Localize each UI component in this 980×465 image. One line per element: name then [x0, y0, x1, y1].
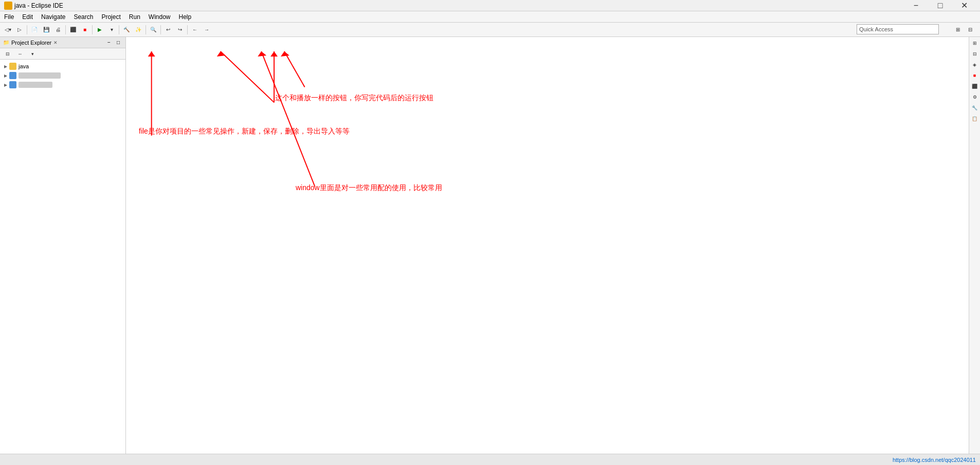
toolbar-sep-2: [65, 25, 66, 34]
right-btn-6[interactable]: ⚙: [970, 92, 980, 102]
new-button[interactable]: 📄: [29, 24, 40, 35]
svg-line-8: [261, 51, 315, 187]
toolbar-sep-1: [27, 25, 27, 34]
right-btn-4[interactable]: ■: [970, 70, 980, 81]
close-button[interactable]: ✕: [953, 0, 976, 11]
run-dropdown[interactable]: ▾: [106, 24, 117, 35]
tree-item-java[interactable]: ▶ java: [0, 62, 125, 71]
svg-marker-9: [258, 51, 266, 57]
menu-help[interactable]: Help: [175, 11, 196, 22]
save-button[interactable]: 💾: [41, 24, 52, 35]
status-url: https://blog.csdn.net/qqc2024011: [893, 457, 976, 463]
panel-controls: − □: [105, 39, 122, 47]
title-bar: java - Eclipse IDE − □ ✕: [0, 0, 980, 11]
window-menu-annotation: window里面是对一些常用配的使用，比较常用: [296, 183, 442, 193]
package-icon: [9, 63, 16, 70]
open-perspective-btn[interactable]: ⊟: [965, 24, 976, 35]
toolbar-sep-7: [187, 25, 188, 34]
debug-button[interactable]: ⬛: [67, 24, 79, 35]
java-icon-1: [9, 72, 16, 79]
link-editor-btn[interactable]: ↔: [14, 48, 26, 60]
perspective-btn[interactable]: ⊞: [952, 24, 964, 35]
project-explorer-header: 📁 Project Explorer ✕ − □: [0, 37, 125, 48]
forward-button[interactable]: ▷: [14, 24, 25, 35]
file-menu-annotation: file是你对项目的一些常见操作，新建，保存，删除，导出导入等等: [139, 127, 350, 136]
tree-item-blurred-2[interactable]: ▶ ████████: [0, 80, 125, 89]
toolbar-sep-3: [92, 25, 93, 34]
project-explorer-title: Project Explorer: [11, 40, 51, 46]
collapse-all-btn[interactable]: ⊟: [2, 48, 13, 60]
print-button[interactable]: 🖨: [52, 24, 64, 35]
menu-search[interactable]: Search: [69, 11, 97, 22]
title-bar-text: java - Eclipse IDE: [14, 2, 904, 9]
annotation-arrows: [126, 37, 969, 454]
right-btn-1[interactable]: ⊞: [970, 38, 980, 48]
svg-line-0: [221, 51, 274, 102]
annotation-layer: 这个和播放一样的按钮，你写完代码后的运行按钮 file是你对项目的一些常见操作，…: [126, 37, 969, 454]
right-btn-2[interactable]: ⊟: [970, 49, 980, 59]
maximize-button[interactable]: □: [929, 0, 952, 11]
project-explorer-content: ▶ java ▶ ██████████ ▶ ████████: [0, 60, 125, 454]
close-panel-icon[interactable]: ✕: [53, 40, 58, 45]
back-button[interactable]: ◁▾: [2, 24, 13, 35]
build-button[interactable]: 🔨: [121, 24, 132, 35]
right-btn-7[interactable]: 🔧: [970, 103, 980, 113]
toolbar-sep-6: [160, 25, 161, 34]
undo-button[interactable]: ↩: [162, 24, 174, 35]
view-menu-btn[interactable]: ▾: [27, 48, 38, 60]
quick-access-input[interactable]: Quick Access: [857, 24, 939, 34]
app-icon: [4, 2, 12, 10]
tree-arrow-java: ▶: [4, 64, 7, 69]
menu-navigate[interactable]: Navigate: [37, 11, 69, 22]
run-button[interactable]: ▶: [94, 24, 105, 35]
tree-label-blurred-1: ██████████: [19, 72, 61, 79]
toolbar-sep-4: [119, 25, 119, 34]
svg-marker-5: [281, 51, 289, 57]
title-bar-controls: − □ ✕: [904, 0, 976, 11]
tree-label-java: java: [19, 63, 29, 69]
next-edit-button[interactable]: →: [201, 24, 212, 35]
menu-project[interactable]: Project: [97, 11, 124, 22]
svg-line-4: [284, 51, 305, 87]
right-sidebar: ⊞ ⊟ ◈ ■ ⬛ ⚙ 🔧 📋: [969, 37, 980, 454]
panel-minimize[interactable]: −: [105, 39, 113, 47]
panel-header-title: 📁 Project Explorer ✕: [3, 40, 58, 46]
toolbar: ◁▾ ▷ 📄 💾 🖨 ⬛ ■ ▶ ▾ 🔨 ✨ 🔍 ↩ ↪ ← → Quick A…: [0, 23, 980, 37]
svg-marker-3: [270, 51, 278, 57]
search-btn[interactable]: 🔍: [148, 24, 159, 35]
menu-file[interactable]: File: [0, 11, 18, 22]
main-layout: 📁 Project Explorer ✕ − □ ⊟ ↔ ▾ ▶ java ▶: [0, 37, 980, 454]
svg-marker-1: [217, 51, 226, 57]
prev-edit-button[interactable]: ←: [189, 24, 201, 35]
editor-area: 这个和播放一样的按钮，你写完代码后的运行按钮 file是你对项目的一些常见操作，…: [126, 37, 969, 454]
right-btn-3[interactable]: ◈: [970, 60, 980, 70]
minimize-button[interactable]: −: [904, 0, 928, 11]
menu-bar: File Edit Navigate Search Project Run Wi…: [0, 11, 980, 23]
clean-button[interactable]: ✨: [133, 24, 144, 35]
status-bar: https://blog.csdn.net/qqc2024011: [0, 454, 980, 465]
right-btn-5[interactable]: ⬛: [970, 81, 980, 91]
tree-item-blurred-1[interactable]: ▶ ██████████: [0, 71, 125, 80]
project-explorer-icon: 📁: [3, 40, 9, 45]
run-button-annotation: 这个和播放一样的按钮，你写完代码后的运行按钮: [275, 94, 433, 103]
tree-arrow-blurred-1: ▶: [4, 73, 7, 78]
panel-maximize[interactable]: □: [114, 39, 122, 47]
project-explorer: 📁 Project Explorer ✕ − □ ⊟ ↔ ▾ ▶ java ▶: [0, 37, 126, 454]
java-icon-2: [9, 81, 16, 88]
menu-window[interactable]: Window: [144, 11, 175, 22]
menu-edit[interactable]: Edit: [18, 11, 37, 22]
toolbar-sep-5: [146, 25, 146, 34]
stop-button[interactable]: ■: [79, 24, 90, 35]
tree-arrow-blurred-2: ▶: [4, 83, 7, 87]
tree-label-blurred-2: ████████: [19, 82, 52, 88]
menu-run[interactable]: Run: [125, 11, 144, 22]
svg-marker-7: [148, 51, 155, 57]
toolbar-right-icons: ⊞ ⊟: [952, 24, 976, 35]
right-btn-8[interactable]: 📋: [970, 114, 980, 124]
panel-toolbar: ⊟ ↔ ▾: [0, 48, 125, 60]
redo-button[interactable]: ↪: [174, 24, 186, 35]
